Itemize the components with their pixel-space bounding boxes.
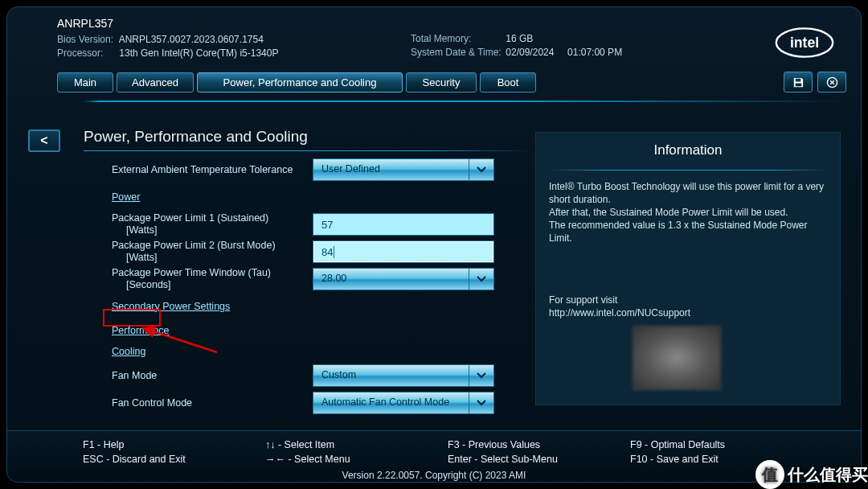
tab-security[interactable]: Security — [406, 72, 477, 92]
time-value: 01:07:00 PM — [567, 47, 622, 58]
fan-control-label: Fan Control Mode — [112, 397, 313, 409]
performance-link[interactable]: Performance — [112, 325, 313, 337]
bios-version-label: Bios Version: — [57, 33, 117, 47]
info-text-3: The recommended value is 1.3 x the Susta… — [549, 220, 808, 244]
svg-text:intel: intel — [790, 35, 819, 51]
ppl1-input[interactable]: 57 — [313, 213, 494, 236]
help-f1: F1 - Help — [83, 438, 265, 452]
back-button[interactable]: < — [28, 129, 60, 152]
close-icon — [826, 76, 838, 88]
tab-boot[interactable]: Boot — [480, 72, 536, 92]
tau-label: Package Power Time Window (Tau)[Seconds] — [112, 267, 313, 291]
ext-temp-value: User Defined — [313, 159, 469, 180]
fan-mode-value: Custom — [313, 365, 469, 386]
info-title: Information — [549, 142, 827, 158]
info-text-2: After that, the Sustained Mode Power Lim… — [549, 207, 788, 218]
support-url: http://www.intel.com/NUCsupport — [549, 307, 690, 318]
ext-temp-label: External Ambient Temperature Tolerance — [112, 164, 313, 176]
help-leftright: →← - Select Menu — [265, 452, 448, 466]
save-icon — [792, 76, 805, 88]
help-f3: F3 - Previous Values — [448, 438, 630, 452]
total-memory-label: Total Memory: — [411, 32, 503, 46]
ext-temp-dropdown[interactable]: User Defined — [313, 158, 494, 181]
intel-logo: intel — [772, 23, 837, 64]
info-panel: Information Intel® Turbo Boost Technolog… — [535, 132, 841, 405]
product-name: ANRPL357 — [57, 17, 411, 30]
help-enter: Enter - Select Sub-Menu — [448, 452, 630, 466]
chevron-down-icon — [469, 365, 493, 386]
processor-value: 13th Gen Intel(R) Core(TM) i5-1340P — [119, 47, 278, 59]
bios-version-value: ANRPL357.0027.2023.0607.1754 — [119, 34, 264, 45]
help-f9: F9 - Optimal Defaults — [630, 438, 813, 452]
tab-divider — [84, 101, 846, 102]
help-esc: ESC - Discard and Exit — [83, 452, 265, 466]
total-memory-value: 16 GB — [506, 33, 533, 44]
fan-mode-dropdown[interactable]: Custom — [313, 364, 494, 387]
tab-advanced[interactable]: Advanced — [117, 72, 194, 92]
title-divider — [84, 150, 534, 151]
cooling-link[interactable]: Cooling — [112, 346, 313, 358]
date-value: 02/09/2024 — [506, 47, 554, 58]
chevron-down-icon — [469, 269, 493, 290]
secondary-power-link[interactable]: Secondary Power Settings — [112, 301, 313, 313]
tau-dropdown[interactable]: 28.00 — [313, 268, 494, 290]
exit-button[interactable] — [817, 72, 846, 92]
tab-power-performance-cooling[interactable]: Power, Performance and Cooling — [197, 72, 403, 92]
info-text-1: Intel® Turbo Boost Technology will use t… — [549, 181, 824, 205]
processor-label: Processor: — [57, 47, 117, 60]
chevron-down-icon — [469, 159, 493, 180]
save-button[interactable] — [784, 72, 813, 92]
power-link[interactable]: Power — [112, 191, 313, 203]
datetime-label: System Date & Time: — [411, 46, 503, 60]
version-text: Version 2.22.0057. Copyright (C) 2023 AM… — [7, 466, 861, 481]
support-text-1: For support visit — [549, 294, 617, 306]
fan-control-dropdown[interactable]: Automatic Fan Control Mode — [313, 392, 494, 414]
tab-main[interactable]: Main — [57, 72, 113, 92]
ppl1-label: Package Power Limit 1 (Sustained)[Watts] — [112, 212, 313, 236]
fan-mode-label: Fan Mode — [112, 370, 313, 382]
help-updown: ↑↓ - Select Item — [265, 438, 448, 452]
fan-control-value: Automatic Fan Control Mode — [313, 392, 469, 413]
ppl2-label: Package Power Limit 2 (Burst Mode)[Watts… — [112, 240, 313, 264]
ppl2-input[interactable]: 84 — [313, 240, 494, 263]
chevron-down-icon — [469, 392, 493, 413]
tau-value: 28.00 — [313, 269, 469, 290]
page-title: Power, Performance and Cooling — [84, 128, 535, 146]
info-thumbnail — [633, 326, 721, 390]
watermark: 值什么值得买 — [755, 460, 868, 489]
